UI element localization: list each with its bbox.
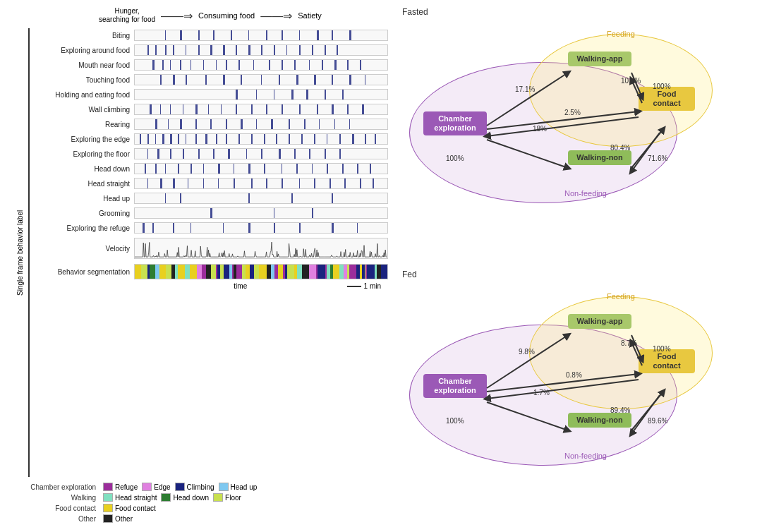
seg-block [135, 265, 141, 279]
legend-item-label: Other [115, 515, 133, 523]
behavior-track-2 [134, 59, 388, 71]
fasted-walknon-node: Walking-non [568, 150, 631, 165]
tick-mark [261, 45, 262, 55]
tick-mark [282, 179, 283, 188]
right-panel: Fasted Feeding Non-feeding Walking-app C… [395, 0, 762, 532]
tick-mark [319, 119, 320, 129]
legend-item-label: Head straight [115, 494, 157, 502]
tick-mark [223, 223, 224, 233]
tick-mark [236, 45, 237, 55]
fasted-chamber-node: Chamber exploration [423, 111, 487, 135]
behavior-row-10: Head straight [32, 176, 388, 191]
tick-mark [203, 60, 204, 70]
tick-mark [362, 104, 363, 114]
tick-mark [291, 90, 294, 99]
hunger-section: Hunger, searching for food [99, 7, 155, 24]
tick-mark [296, 164, 298, 174]
behavior-label-12: Grooming [32, 210, 134, 217]
legend-category: Walking [21, 494, 99, 502]
behavior-label-1: Exploring around food [32, 47, 134, 54]
tick-mark [248, 193, 250, 203]
tick-mark [256, 90, 258, 99]
fasted-walkapp-node: Walking-app [568, 52, 631, 66]
tick-mark [339, 149, 341, 159]
tick-mark [264, 164, 265, 174]
behavior-label-13: Exploring the refuge [32, 224, 134, 232]
legend-swatch [175, 483, 185, 491]
tick-mark [299, 179, 300, 188]
tick-mark [325, 45, 326, 55]
legend-row: Food contactFood contact [21, 504, 388, 512]
tick-mark [183, 149, 184, 159]
behavior-label-5: Wall climbing [32, 106, 134, 114]
seg-block [259, 265, 267, 279]
segmentation-label: Behavior segmentation [32, 268, 134, 276]
scale-line [347, 286, 361, 287]
legend-item-label: Floor [225, 494, 241, 502]
behavior-label-4: Holding and eating food [32, 91, 134, 99]
legend-swatch [103, 504, 113, 512]
fed-walknon-node: Walking-non [568, 413, 631, 428]
behavior-row-0: Biting [32, 28, 388, 42]
velocity-track [134, 238, 388, 259]
tick-mark [299, 223, 301, 233]
tick-mark [186, 75, 188, 85]
legend-item-label: Refuge [115, 483, 138, 491]
legend-category: Food contact [21, 504, 99, 512]
velocity-row: Velocity [32, 237, 388, 260]
legend-category: Other [21, 515, 99, 523]
legend-swatch [219, 483, 229, 491]
tick-mark [218, 164, 220, 174]
behavior-label-11: Head up [32, 195, 134, 202]
tick-mark [334, 60, 337, 70]
legend-item: Food contact [103, 504, 156, 512]
tick-mark [304, 119, 306, 129]
arrow1: ——⇒ [161, 9, 193, 23]
tick-mark [289, 134, 289, 144]
legend-swatch [142, 483, 152, 491]
tick-mark [266, 179, 267, 188]
tick-mark [299, 45, 301, 55]
tick-mark [332, 30, 333, 40]
tick-mark [282, 164, 282, 174]
behavior-track-10 [134, 178, 388, 189]
seg-block [211, 265, 216, 279]
tick-mark [299, 104, 301, 114]
tick-mark [291, 193, 294, 203]
tick-mark [253, 60, 254, 70]
tick-mark [162, 134, 164, 144]
tick-mark [231, 30, 232, 40]
tick-mark [332, 193, 332, 203]
tick-mark [236, 104, 237, 114]
tick-mark [339, 134, 341, 144]
legend-item: Head up [219, 483, 258, 491]
behavior-row-11: Head up [32, 191, 388, 205]
tick-mark [228, 149, 229, 159]
satiety-section: Satiety [298, 11, 322, 20]
fed-section: Fed Feeding Non-feeding Walking-app Cham… [402, 270, 755, 525]
tick-mark [198, 45, 200, 55]
tick-mark [160, 179, 162, 188]
tick-mark [213, 30, 214, 40]
fed-feeding-label: Feeding [607, 292, 635, 301]
legend-item: Head down [161, 493, 209, 502]
tick-mark [168, 119, 169, 129]
tick-mark [165, 193, 166, 203]
legend-item-label: Food contact [115, 504, 156, 512]
tick-mark [173, 223, 174, 233]
behavior-row-9: Head down [32, 162, 388, 176]
tick-mark [365, 75, 366, 85]
tick-mark [251, 104, 253, 114]
time-label: time [134, 282, 347, 290]
tick-mark [208, 104, 210, 114]
tick-mark [266, 30, 267, 40]
legend-item: Other [103, 514, 133, 523]
tick-mark [186, 45, 186, 55]
tick-mark [147, 134, 149, 144]
tick-mark [205, 75, 207, 85]
tick-mark [170, 104, 171, 114]
behavior-row-12: Grooming [32, 206, 388, 220]
behavior-label-2: Mouth near food [32, 61, 134, 69]
tick-mark [188, 179, 188, 188]
behavior-row-6: Rearing [32, 117, 388, 131]
